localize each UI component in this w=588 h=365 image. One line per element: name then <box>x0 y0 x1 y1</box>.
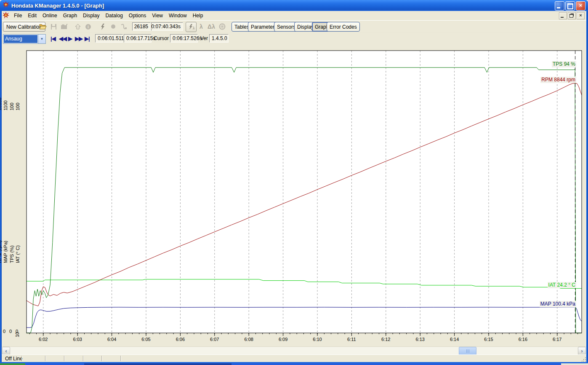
go-end-button[interactable]: ▶| <box>85 34 90 43</box>
window-border-right <box>586 11 588 362</box>
save-as-icon <box>60 23 68 30</box>
map-max-label: 1100 <box>3 100 8 110</box>
save-icon <box>49 23 58 30</box>
fast-forward-button[interactable]: ▶▶ <box>75 34 82 43</box>
status-divider <box>101 356 102 361</box>
mdi-close-icon: × <box>577 13 584 18</box>
mdi-minimize-button[interactable] <box>559 12 567 19</box>
x-tick-label: 6:16 <box>519 337 527 342</box>
menu-view[interactable]: View <box>149 11 166 20</box>
x-tick-label: 6:17 <box>553 337 561 342</box>
rpm-min-label: 0 <box>3 329 5 334</box>
delta-lambda-icon: Δλ <box>207 23 216 30</box>
resize-grip[interactable] <box>581 357 586 362</box>
main-toolbar: New Calibration i 26185 0:07:40.343s λ <box>2 20 586 32</box>
menu-edit[interactable]: Edit <box>25 11 40 20</box>
minimize-button[interactable] <box>555 1 564 11</box>
play-button[interactable]: ▶ <box>68 34 72 43</box>
x-tick-label: 6:11 <box>347 337 356 342</box>
menu-online[interactable]: Online <box>40 11 60 20</box>
menu-help[interactable]: Help <box>190 11 206 20</box>
tps-max-label: 100 <box>9 103 15 110</box>
trace-route-icon <box>120 23 128 30</box>
menu-display[interactable]: Display <box>80 11 102 20</box>
application-window: Hondata KManager 1.4.5.0 - [Graph] × Fil… <box>0 0 588 365</box>
graph-area: 6:026:036:046:056:066:076:086:096:106:11… <box>2 44 586 346</box>
datalog-select-value: Ansaug <box>4 35 37 43</box>
mdi-minimize-icon <box>561 17 564 18</box>
x-tick-label: 6:12 <box>381 337 390 342</box>
map-axis-title: MAP (kPa) <box>3 241 8 263</box>
version-field: 1.4.5.0 <box>209 34 229 43</box>
open-file-icon[interactable] <box>39 23 47 30</box>
datalog-select[interactable]: Ansaug ▼ <box>3 34 46 44</box>
taskbar-window-button[interactable] <box>84 363 231 365</box>
menu-file[interactable]: File <box>11 11 25 20</box>
title-bar: Hondata KManager 1.4.5.0 - [Graph] × <box>0 0 588 11</box>
maximize-icon <box>567 3 573 9</box>
tps-axis-title: TPS (%) <box>9 245 15 263</box>
status-divider <box>64 356 64 361</box>
graph-plot: 6:026:036:046:056:066:076:086:096:106:11… <box>2 44 586 346</box>
scroll-right-button[interactable]: › <box>578 347 586 355</box>
total-time-field: 0:07:40.343s <box>151 22 183 31</box>
scrollbar-thumb[interactable] <box>459 347 476 355</box>
trace-label-map: MAP 100.4 kPa <box>540 301 576 307</box>
rewind-button[interactable]: ◀◀ <box>59 34 67 43</box>
x-tick-label: 6:02 <box>39 337 48 342</box>
menu-datalog[interactable]: Datalog <box>102 11 125 20</box>
x-tick-label: 6:09 <box>279 337 287 342</box>
menu-graph[interactable]: Graph <box>60 11 80 20</box>
app-icon <box>3 1 9 10</box>
maximize-button[interactable] <box>565 1 575 11</box>
rpm-max-label: 10000 <box>0 97 3 110</box>
status-bar: Off Line <box>2 354 586 362</box>
cursor-label: Cursor <box>154 34 169 43</box>
iat-max-label: 100 <box>15 103 21 110</box>
start-button[interactable] <box>0 363 25 365</box>
scroll-left-button[interactable]: ‹ <box>2 347 10 355</box>
close-button[interactable]: × <box>576 1 585 11</box>
x-tick-label: 6:08 <box>244 337 253 342</box>
svg-text:i: i <box>88 24 89 29</box>
record-icon <box>109 23 117 30</box>
mdi-restore-icon <box>569 14 573 18</box>
upload-icon <box>74 23 82 30</box>
menu-options[interactable]: Options <box>126 11 149 20</box>
x-tick-label: 6:10 <box>313 337 322 342</box>
plot-background <box>27 51 582 333</box>
mdi-close-button[interactable]: × <box>577 12 585 19</box>
menu-bar: File Edit Online Graph Display Datalog O… <box>2 11 586 21</box>
range-end-field: 0:06:17.715s <box>124 34 152 43</box>
x-tick-label: 6:14 <box>450 337 459 342</box>
iat-min-label: 10 <box>15 332 20 337</box>
x-tick-label: 6:13 <box>415 337 424 342</box>
menu-window[interactable]: Window <box>166 11 190 20</box>
status-divider <box>21 356 22 361</box>
x-tick-label: 6:04 <box>107 337 116 342</box>
trace-label-tps: TPS 94 % <box>552 61 576 67</box>
rpm-axis-title: RPM (rpm) <box>0 240 3 263</box>
horizontal-scrollbar[interactable]: ‹ › <box>2 346 586 354</box>
trace-label-rpm: RPM 8844 rpm <box>540 77 576 83</box>
nav-error-codes-button[interactable]: Error Codes <box>327 22 360 32</box>
status-divider <box>45 356 45 361</box>
x-tick-label: 6:15 <box>484 337 493 342</box>
datalog-toolbar: Ansaug ▼ |◀ ◀◀ ▶ ▶▶ ▶| 0:06:01.511s 0:06… <box>2 32 586 44</box>
lambda-icon: λ <box>197 23 205 30</box>
frame-count-field: 26185 <box>132 22 151 31</box>
lambda-overlay-button[interactable]: λ <box>186 22 197 32</box>
go-start-button[interactable]: |◀ <box>51 34 56 43</box>
info-icon: i <box>84 23 92 30</box>
taskbar <box>0 363 588 365</box>
lightning-icon <box>98 23 107 30</box>
svg-text:λ: λ <box>193 26 194 30</box>
document-icon <box>3 12 9 20</box>
x-tick-label: 6:07 <box>210 337 219 342</box>
system-tray <box>561 363 588 365</box>
trace-label-iat: IAT 24.2 ° C <box>548 282 576 288</box>
chevron-down-icon[interactable]: ▼ <box>38 35 45 43</box>
range-start-field: 0:06:01.511s <box>95 34 123 43</box>
mdi-restore-button[interactable] <box>568 12 576 19</box>
close-icon: × <box>576 2 585 8</box>
